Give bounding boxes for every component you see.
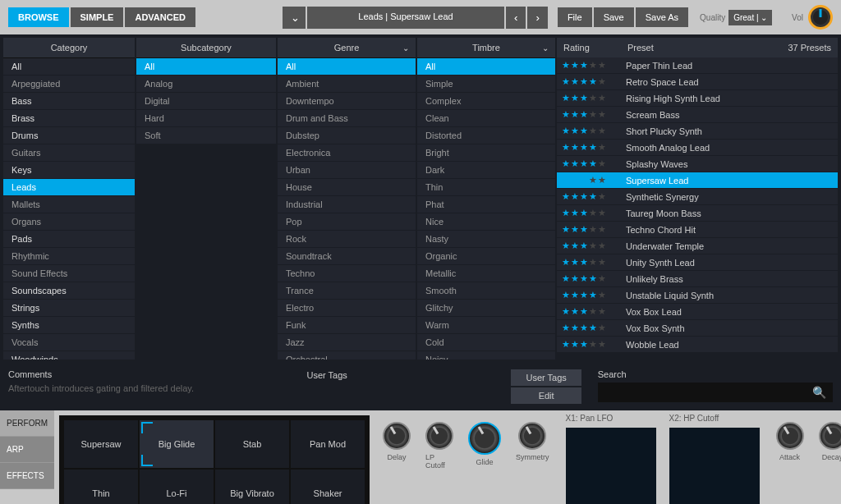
list-item[interactable]: Complex	[417, 93, 555, 109]
list-item[interactable]: Digital	[136, 93, 276, 109]
list-item[interactable]: House	[278, 179, 416, 195]
category-header[interactable]: Category	[3, 38, 135, 58]
preset-row[interactable]: ★★★★★Supersaw Lead	[557, 172, 838, 188]
list-item[interactable]: Dubstep	[278, 127, 416, 144]
list-item[interactable]: Soundscapes	[3, 282, 135, 299]
rating-stars[interactable]: ★★★★★	[562, 142, 626, 153]
tab-arp[interactable]: ARP	[0, 437, 54, 463]
preset-row[interactable]: ★★★★★Wobble Lead	[557, 337, 838, 352]
preset-row[interactable]: ★★★★★Unstable Liquid Synth	[557, 287, 838, 303]
list-item[interactable]: Thin	[417, 179, 555, 195]
list-item[interactable]: Nice	[417, 213, 555, 230]
list-item[interactable]: Urban	[278, 162, 416, 178]
rating-stars[interactable]: ★★★★★	[562, 241, 626, 251]
preset-row[interactable]: ★★★★★Rising High Synth Lead	[557, 90, 838, 106]
rating-stars[interactable]: ★★★★★	[562, 126, 626, 136]
list-item[interactable]: Techno	[278, 265, 416, 282]
list-item[interactable]: All	[417, 58, 555, 75]
list-item[interactable]: Industrial	[278, 196, 416, 213]
save-button[interactable]: Save	[594, 7, 634, 27]
list-item[interactable]: All	[136, 58, 276, 75]
list-item[interactable]: Soundtrack	[278, 248, 416, 264]
timbre-list[interactable]: AllSimpleComplexCleanDistortedBrightDark…	[417, 58, 555, 360]
tab-advanced[interactable]: ADVANCED	[125, 7, 195, 27]
list-item[interactable]: Hard	[136, 110, 276, 126]
preset-dropdown[interactable]: ⌄	[283, 7, 306, 29]
rating-stars[interactable]: ★★★★★	[562, 175, 626, 186]
list-item[interactable]: Sound Effects	[3, 265, 135, 282]
list-item[interactable]: Synths	[3, 317, 135, 333]
user-tags-button[interactable]: User Tags	[511, 369, 581, 386]
tab-perform[interactable]: PERFORM	[0, 410, 54, 437]
preset-row[interactable]: ★★★★★Scream Bass	[557, 107, 838, 122]
genre-header[interactable]: Genre⌄	[278, 38, 416, 58]
list-item[interactable]: Warm	[417, 317, 555, 333]
list-item[interactable]: Guitars	[3, 144, 135, 161]
list-item[interactable]: Rock	[278, 231, 416, 247]
list-item[interactable]: Trance	[278, 282, 416, 299]
list-item[interactable]: All	[3, 58, 135, 75]
rating-stars[interactable]: ★★★★★	[562, 158, 626, 169]
performance-pad[interactable]: Lo-Fi	[140, 470, 214, 504]
performance-pad[interactable]: Big Vibrato	[215, 470, 289, 504]
list-item[interactable]: Cold	[417, 334, 555, 351]
prev-preset[interactable]: ‹	[506, 7, 526, 29]
preset-row[interactable]: ★★★★★Techno Chord Hit	[557, 222, 838, 237]
preset-row[interactable]: ★★★★★Taureg Moon Bass	[557, 205, 838, 221]
preset-row[interactable]: ★★★★★Synthetic Synergy	[557, 189, 838, 204]
preset-row[interactable]: ★★★★★Unlikely Brass	[557, 271, 838, 286]
knob[interactable]	[425, 422, 453, 450]
list-item[interactable]: Electronica	[278, 144, 416, 161]
list-item[interactable]: Drums	[3, 127, 135, 144]
list-item[interactable]: Bright	[417, 144, 555, 161]
name-header[interactable]: Preset	[627, 43, 788, 53]
performance-pad[interactable]: Stab	[215, 420, 289, 468]
volume-knob[interactable]	[808, 5, 833, 30]
list-item[interactable]: Orchestral	[278, 351, 416, 360]
rating-stars[interactable]: ★★★★★	[562, 290, 626, 300]
performance-pad[interactable]: Supersaw	[64, 420, 138, 468]
rating-stars[interactable]: ★★★★★	[562, 60, 626, 71]
list-item[interactable]: Simple	[417, 76, 555, 92]
knob[interactable]	[383, 422, 411, 450]
preset-row[interactable]: ★★★★★Underwater Temple	[557, 238, 838, 254]
list-item[interactable]: Mallets	[3, 196, 135, 213]
list-item[interactable]: All	[278, 58, 416, 75]
list-item[interactable]: Rhythmic	[3, 248, 135, 264]
list-item[interactable]: Brass	[3, 110, 135, 126]
performance-pad[interactable]: Big Glide	[140, 420, 214, 468]
list-item[interactable]: Ambient	[278, 76, 416, 92]
knob[interactable]	[468, 422, 501, 455]
edit-button[interactable]: Edit	[511, 387, 581, 404]
list-item[interactable]: Downtempo	[278, 93, 416, 109]
rating-stars[interactable]: ★★★★★	[562, 257, 626, 268]
xy1-pad[interactable]	[566, 428, 656, 504]
rating-stars[interactable]: ★★★★★	[562, 323, 626, 333]
search-icon[interactable]: 🔍	[809, 386, 830, 399]
list-item[interactable]: Arpeggiated	[3, 76, 135, 92]
subcategory-header[interactable]: Subcategory	[136, 38, 276, 58]
list-item[interactable]: Funk	[278, 317, 416, 333]
performance-pad[interactable]: Thin	[64, 470, 138, 504]
quality-select[interactable]: Great | ⌄	[728, 10, 772, 25]
list-item[interactable]: Pop	[278, 213, 416, 230]
list-item[interactable]: Woodwinds	[3, 351, 135, 360]
search-input[interactable]	[601, 387, 809, 399]
preset-title[interactable]: Leads | Supersaw Lead	[307, 7, 504, 29]
list-item[interactable]: Glitchy	[417, 300, 555, 316]
list-item[interactable]: Phat	[417, 196, 555, 213]
tab-browse[interactable]: BROWSE	[8, 7, 69, 27]
list-item[interactable]: Analog	[136, 76, 276, 92]
knob[interactable]	[776, 422, 804, 450]
list-item[interactable]: Noisy	[417, 351, 555, 360]
tab-effects[interactable]: EFFECTS	[0, 463, 54, 489]
list-item[interactable]: Clean	[417, 110, 555, 126]
rating-stars[interactable]: ★★★★★	[562, 306, 626, 317]
list-item[interactable]: Vocals	[3, 334, 135, 351]
rating-stars[interactable]: ★★★★★	[562, 109, 626, 120]
list-item[interactable]: Bass	[3, 93, 135, 109]
list-item[interactable]: Drum and Bass	[278, 110, 416, 126]
list-item[interactable]: Organs	[3, 213, 135, 230]
xy2-pad[interactable]	[669, 428, 760, 504]
rating-stars[interactable]: ★★★★★	[562, 339, 626, 350]
